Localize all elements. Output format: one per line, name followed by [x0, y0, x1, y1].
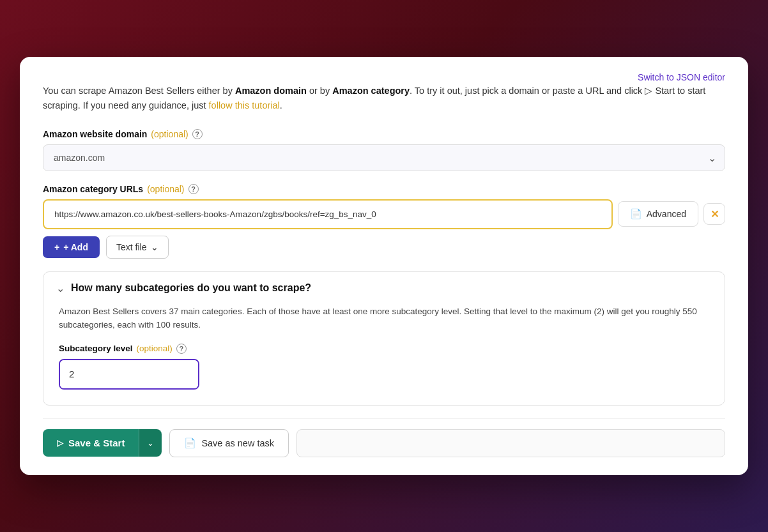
tutorial-link[interactable]: follow this tutorial — [209, 100, 280, 110]
add-icon: + — [54, 242, 59, 252]
remove-url-button[interactable]: ✕ — [703, 203, 725, 225]
subcategory-stepper: + − — [59, 359, 199, 390]
footer-empty-area — [296, 429, 725, 457]
subcategory-help-icon[interactable]: ? — [176, 344, 187, 354]
subcategory-header[interactable]: ⌄ How many subcategories do you want to … — [43, 272, 725, 305]
switch-to-json-link[interactable]: Switch to JSON editor — [638, 72, 725, 82]
add-url-button[interactable]: + + Add — [43, 236, 100, 258]
url-field-section: Amazon category URLs (optional) ? 📄 Adva… — [43, 184, 725, 259]
subcategory-chevron-icon: ⌄ — [56, 282, 65, 294]
save-new-task-doc-icon: 📄 — [184, 437, 196, 449]
url-help-icon[interactable]: ? — [188, 184, 199, 194]
url-input-wrapper — [43, 199, 613, 229]
play-icon: ▷ — [57, 438, 63, 448]
domain-help-icon[interactable]: ? — [192, 129, 203, 139]
save-start-dropdown-button[interactable]: ⌄ — [139, 429, 162, 457]
subcategory-level-label: Subcategory level (optional) ? — [59, 344, 709, 354]
url-field-label: Amazon category URLs (optional) ? — [43, 184, 725, 194]
save-start-button[interactable]: ▷ Save & Start — [43, 429, 139, 457]
text-file-chevron-icon: ⌄ — [151, 242, 158, 252]
url-input[interactable] — [45, 202, 610, 227]
main-modal: Switch to JSON editor You can scrape Ama… — [20, 57, 748, 475]
domain-field-label: Amazon website domain (optional) ? — [43, 129, 725, 139]
url-actions: + + Add Text file ⌄ — [43, 236, 725, 259]
url-input-row: 📄 Advanced ✕ — [43, 199, 725, 229]
advanced-doc-icon: 📄 — [630, 208, 642, 220]
advanced-button[interactable]: 📄 Advanced — [618, 201, 698, 227]
intro-paragraph: You can scrape Amazon Best Sellers eithe… — [43, 77, 725, 113]
save-as-new-task-button[interactable]: 📄 Save as new task — [169, 429, 289, 457]
domain-field-section: Amazon website domain (optional) ? amazo… — [43, 129, 725, 171]
domain-select-wrapper: amazon.com amazon.co.uk amazon.de amazon… — [43, 144, 725, 171]
subcategory-section: ⌄ How many subcategories do you want to … — [43, 271, 725, 406]
domain-select[interactable]: amazon.com amazon.co.uk amazon.de amazon… — [43, 144, 725, 171]
subcategory-body: Amazon Best Sellers covers 37 main categ… — [43, 305, 725, 405]
save-start-group: ▷ Save & Start ⌄ — [43, 429, 162, 457]
subcategory-level-input[interactable] — [60, 360, 199, 388]
save-start-dropdown-icon: ⌄ — [147, 438, 154, 448]
text-file-button[interactable]: Text file ⌄ — [106, 236, 169, 259]
footer-bar: ▷ Save & Start ⌄ 📄 Save as new task — [43, 418, 725, 457]
